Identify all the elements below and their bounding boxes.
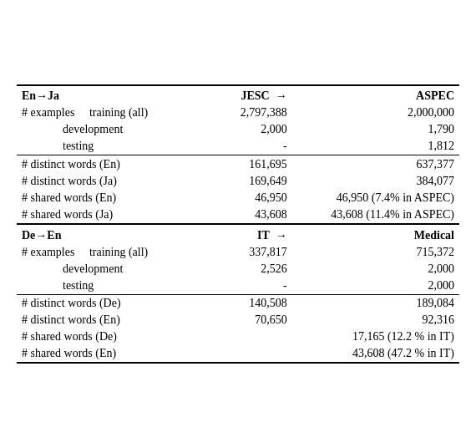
s2-stat3-label: # shared words (De) [17,328,187,345]
s2-stat1-label: # distinct words (De) [17,295,187,312]
section2-col2-header: IT → [187,226,291,244]
stat4-aspec-val: (11.4% in ASPEC) [366,208,454,221]
stat4-aspec: 43,608 (11.4% in ASPEC) [292,206,459,224]
section1-header-row: En→Ja JESC → ASPEC [17,86,459,104]
stat1-jesc: 161,695 [187,156,291,173]
section2-header-row: De→En IT → Medical [17,226,459,244]
s2-stat3-jesc [187,328,291,345]
s2-stat4-jesc-val: 43,608 [352,347,385,359]
s2-examples-main-label: # examples [22,246,74,258]
section1-examples-development: development 2,000 1,790 [17,121,459,138]
s2-stat3-jesc-val: 17,165 [352,330,385,343]
s2-stat1-row: # distinct words (De) 140,508 189,084 [17,295,459,312]
stat4-jesc-val: 43,608 [331,208,363,221]
stat2-row: # distinct words (Ja) 169,649 384,077 [17,173,459,190]
s2-stat1-aspec: 189,084 [292,295,459,312]
stat4-label: # shared words (Ja) [17,206,187,224]
section1-col3-header: ASPEC [292,86,459,104]
section1-title: En→Ja [17,86,187,104]
stat4-jesc: 43,608 [187,206,291,224]
s2-stat3-aspec-val: (12.2 % in IT) [387,330,454,343]
stat3-aspec: 46,950 (7.4% in ASPEC) [292,190,459,206]
s2-stat2-label: # distinct words (En) [17,312,187,328]
section1-col2-header: JESC → [187,86,291,104]
section1-examples-training: # examples training (all) 2,797,388 2,00… [17,104,459,121]
examples-label-training: # examples training (all) [17,104,187,121]
stat3-row: # shared words (En) 46,950 46,950 (7.4% … [17,190,459,206]
s2-training-jesc: 337,817 [187,244,291,261]
stat1-label: # distinct words (En) [17,156,187,173]
dev-jesc: 2,000 [187,121,291,138]
dev-sublabel: development [63,123,123,135]
test-aspec: 1,812 [292,138,459,155]
s2-dev-aspec: 2,000 [292,261,459,277]
dev-aspec: 1,790 [292,121,459,138]
test-jesc: - [187,138,291,155]
training-aspec: 2,000,000 [292,104,459,121]
s2-stat4-jesc [187,345,291,362]
s2-stat2-aspec: 92,316 [292,312,459,328]
stat2-jesc: 169,649 [187,173,291,190]
data-table: En→Ja JESC → ASPEC # examples training (… [17,86,459,362]
s2-dev-jesc: 2,526 [187,261,291,277]
stat2-aspec: 384,077 [292,173,459,190]
section1-examples-testing: testing - 1,812 [17,138,459,155]
section2-col2-label: IT [257,229,270,242]
s2-stat4-label: # shared words (En) [17,345,187,362]
s2-test-sublabel: testing [63,279,94,292]
stat2-label: # distinct words (Ja) [17,173,187,190]
section2-arrow: → [276,229,287,242]
dev-sublabel-cell: development [17,121,187,138]
s2-dev-sublabel-cell: development [17,261,187,277]
section2-examples-development: development 2,526 2,000 [17,261,459,277]
s2-test-sublabel-cell: testing [17,277,187,295]
s2-stat3-row: # shared words (De) 17,165 (12.2 % in IT… [17,328,459,345]
s2-stat1-jesc: 140,508 [187,295,291,312]
section1-arrow: → [276,89,287,102]
s2-examples-label-training: # examples training (all) [17,244,187,261]
s2-stat2-row: # distinct words (En) 70,650 92,316 [17,312,459,328]
s2-test-aspec: 2,000 [292,277,459,295]
stat3-label: # shared words (En) [17,190,187,206]
section1-col2-label: JESC [241,89,269,102]
stats-table-container: En→Ja JESC → ASPEC # examples training (… [17,84,459,364]
s2-stat4-aspec-val: (47.2 % in IT) [387,347,454,359]
s2-dev-sublabel: development [63,262,123,275]
s2-test-jesc: - [187,277,291,295]
section2-col3-header: Medical [292,226,459,244]
s2-stat3-aspec: 17,165 (12.2 % in IT) [292,328,459,345]
s2-stat4-row: # shared words (En) 43,608 (47.2 % in IT… [17,345,459,362]
s2-training-sublabel: training (all) [89,246,148,258]
s2-training-aspec: 715,372 [292,244,459,261]
examples-main-label: # examples [22,106,74,119]
section2-examples-training: # examples training (all) 337,817 715,37… [17,244,459,261]
stat3-jesc: 46,950 [187,190,291,206]
stat1-aspec: 637,377 [292,156,459,173]
section2-title: De→En [17,226,187,244]
stat3-jesc-val: 46,950 [337,191,369,204]
stat4-row: # shared words (Ja) 43,608 43,608 (11.4%… [17,206,459,224]
stat1-row: # distinct words (En) 161,695 637,377 [17,156,459,173]
stat3-aspec-val: (7.4% in ASPEC) [372,191,454,204]
test-sublabel: testing [63,140,94,152]
training-sublabel: training (all) [89,106,148,119]
training-jesc: 2,797,388 [187,104,291,121]
s2-stat2-jesc: 70,650 [187,312,291,328]
s2-stat4-aspec: 43,608 (47.2 % in IT) [292,345,459,362]
section2-examples-testing: testing - 2,000 [17,277,459,295]
test-sublabel-cell: testing [17,138,187,155]
